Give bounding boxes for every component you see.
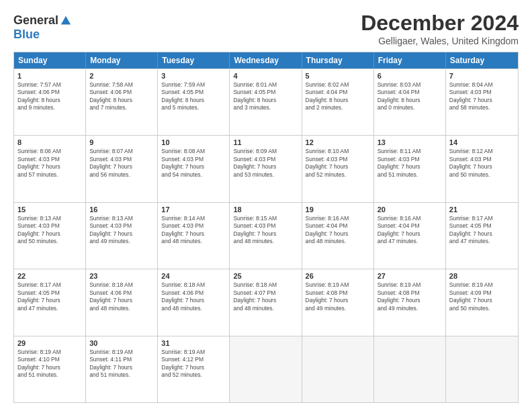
calendar-row-4: 22Sunrise: 8:17 AM Sunset: 4:05 PM Dayli… <box>14 269 518 335</box>
day-number: 6 <box>378 72 442 80</box>
day-number: 16 <box>89 205 154 214</box>
day-number: 29 <box>17 339 82 347</box>
day-info: Sunrise: 8:19 AM Sunset: 4:10 PM Dayligh… <box>17 349 82 379</box>
day-info: Sunrise: 8:16 AM Sunset: 4:04 PM Dayligh… <box>306 215 370 246</box>
day-number: 19 <box>306 205 370 214</box>
day-cell-24: 24Sunrise: 8:18 AM Sunset: 4:06 PM Dayli… <box>158 269 230 335</box>
day-number: 9 <box>89 138 154 146</box>
day-info: Sunrise: 8:01 AM Sunset: 4:05 PM Dayligh… <box>233 81 298 112</box>
day-info: Sunrise: 8:17 AM Sunset: 4:05 PM Dayligh… <box>449 215 515 246</box>
day-number: 20 <box>378 205 442 214</box>
main-title: December 2024 <box>361 11 519 36</box>
day-info: Sunrise: 7:59 AM Sunset: 4:05 PM Dayligh… <box>161 81 226 112</box>
day-cell-26: 26Sunrise: 8:19 AM Sunset: 4:08 PM Dayli… <box>302 269 374 335</box>
header-day-wednesday: Wednesday <box>230 52 302 68</box>
header-day-friday: Friday <box>374 52 446 68</box>
day-number: 27 <box>378 272 442 280</box>
logo-icon <box>60 15 72 27</box>
day-info: Sunrise: 8:19 AM Sunset: 4:09 PM Dayligh… <box>449 281 515 312</box>
day-number: 1 <box>17 72 82 80</box>
day-cell-4: 4Sunrise: 8:01 AM Sunset: 4:05 PM Daylig… <box>230 69 302 135</box>
day-cell-2: 2Sunrise: 7:58 AM Sunset: 4:06 PM Daylig… <box>86 69 158 135</box>
day-info: Sunrise: 8:07 AM Sunset: 4:03 PM Dayligh… <box>89 148 154 179</box>
day-info: Sunrise: 8:13 AM Sunset: 4:03 PM Dayligh… <box>89 215 154 246</box>
day-number: 7 <box>449 72 515 80</box>
day-cell-22: 22Sunrise: 8:17 AM Sunset: 4:05 PM Dayli… <box>14 269 86 335</box>
title-block: December 2024 Gelligaer, Wales, United K… <box>361 11 519 46</box>
day-cell-28: 28Sunrise: 8:19 AM Sunset: 4:09 PM Dayli… <box>446 269 518 335</box>
calendar-body: 1Sunrise: 7:57 AM Sunset: 4:06 PM Daylig… <box>14 68 518 402</box>
logo-blue-text: Blue <box>13 28 40 42</box>
day-info: Sunrise: 8:10 AM Sunset: 4:03 PM Dayligh… <box>306 148 370 179</box>
day-number: 2 <box>89 72 154 80</box>
day-number: 12 <box>306 138 370 146</box>
empty-cell <box>374 336 446 402</box>
day-info: Sunrise: 8:18 AM Sunset: 4:06 PM Dayligh… <box>89 281 154 312</box>
day-info: Sunrise: 8:14 AM Sunset: 4:03 PM Dayligh… <box>161 215 226 246</box>
header-day-thursday: Thursday <box>302 52 374 68</box>
day-number: 4 <box>233 72 298 80</box>
day-cell-11: 11Sunrise: 8:09 AM Sunset: 4:03 PM Dayli… <box>230 136 302 201</box>
day-cell-21: 21Sunrise: 8:17 AM Sunset: 4:05 PM Dayli… <box>446 203 518 269</box>
header-day-tuesday: Tuesday <box>158 52 230 68</box>
day-cell-17: 17Sunrise: 8:14 AM Sunset: 4:03 PM Dayli… <box>158 203 230 269</box>
day-number: 18 <box>233 205 298 214</box>
day-info: Sunrise: 8:19 AM Sunset: 4:08 PM Dayligh… <box>378 281 442 312</box>
day-number: 17 <box>161 205 226 214</box>
day-number: 5 <box>306 72 370 80</box>
day-number: 23 <box>89 272 154 280</box>
svg-marker-0 <box>61 15 71 24</box>
day-number: 3 <box>161 72 226 80</box>
calendar-header: SundayMondayTuesdayWednesdayThursdayFrid… <box>14 52 518 68</box>
day-number: 26 <box>306 272 370 280</box>
calendar-row-3: 15Sunrise: 8:13 AM Sunset: 4:03 PM Dayli… <box>14 202 518 269</box>
day-cell-7: 7Sunrise: 8:04 AM Sunset: 4:03 PM Daylig… <box>446 69 518 135</box>
day-number: 21 <box>449 205 515 214</box>
empty-cell <box>302 336 374 402</box>
day-info: Sunrise: 8:19 AM Sunset: 4:12 PM Dayligh… <box>161 349 226 379</box>
day-info: Sunrise: 8:19 AM Sunset: 4:08 PM Dayligh… <box>306 281 370 312</box>
day-cell-13: 13Sunrise: 8:11 AM Sunset: 4:03 PM Dayli… <box>374 136 446 201</box>
day-number: 14 <box>449 138 515 146</box>
day-info: Sunrise: 8:08 AM Sunset: 4:03 PM Dayligh… <box>161 148 226 179</box>
day-info: Sunrise: 8:09 AM Sunset: 4:03 PM Dayligh… <box>233 148 298 179</box>
day-info: Sunrise: 8:02 AM Sunset: 4:04 PM Dayligh… <box>306 81 370 112</box>
day-number: 28 <box>449 272 515 280</box>
day-cell-6: 6Sunrise: 8:03 AM Sunset: 4:04 PM Daylig… <box>374 69 446 135</box>
header: General Blue December 2024 Gelligaer, Wa… <box>13 11 519 46</box>
day-info: Sunrise: 8:06 AM Sunset: 4:03 PM Dayligh… <box>17 148 82 179</box>
day-cell-30: 30Sunrise: 8:19 AM Sunset: 4:11 PM Dayli… <box>86 336 158 402</box>
day-number: 31 <box>161 339 226 347</box>
day-cell-3: 3Sunrise: 7:59 AM Sunset: 4:05 PM Daylig… <box>158 69 230 135</box>
day-info: Sunrise: 8:04 AM Sunset: 4:03 PM Dayligh… <box>449 81 515 112</box>
day-cell-19: 19Sunrise: 8:16 AM Sunset: 4:04 PM Dayli… <box>302 203 374 269</box>
subtitle: Gelligaer, Wales, United Kingdom <box>361 36 519 46</box>
day-cell-14: 14Sunrise: 8:12 AM Sunset: 4:03 PM Dayli… <box>446 136 518 201</box>
day-number: 11 <box>233 138 298 146</box>
day-cell-1: 1Sunrise: 7:57 AM Sunset: 4:06 PM Daylig… <box>14 69 86 135</box>
calendar-row-5: 29Sunrise: 8:19 AM Sunset: 4:10 PM Dayli… <box>14 336 518 402</box>
day-cell-23: 23Sunrise: 8:18 AM Sunset: 4:06 PM Dayli… <box>86 269 158 335</box>
day-info: Sunrise: 8:15 AM Sunset: 4:03 PM Dayligh… <box>233 215 298 246</box>
day-number: 15 <box>17 205 82 214</box>
day-cell-25: 25Sunrise: 8:18 AM Sunset: 4:07 PM Dayli… <box>230 269 302 335</box>
day-number: 24 <box>161 272 226 280</box>
day-info: Sunrise: 8:16 AM Sunset: 4:04 PM Dayligh… <box>378 215 442 246</box>
day-info: Sunrise: 8:11 AM Sunset: 4:03 PM Dayligh… <box>378 148 442 179</box>
day-info: Sunrise: 8:18 AM Sunset: 4:06 PM Dayligh… <box>161 281 226 312</box>
day-number: 30 <box>89 339 154 347</box>
day-cell-20: 20Sunrise: 8:16 AM Sunset: 4:04 PM Dayli… <box>374 203 446 269</box>
day-info: Sunrise: 8:18 AM Sunset: 4:07 PM Dayligh… <box>233 281 298 312</box>
day-number: 13 <box>378 138 442 146</box>
day-info: Sunrise: 7:57 AM Sunset: 4:06 PM Dayligh… <box>17 81 82 112</box>
day-cell-31: 31Sunrise: 8:19 AM Sunset: 4:12 PM Dayli… <box>158 336 230 402</box>
calendar: SundayMondayTuesdayWednesdayThursdayFrid… <box>13 52 519 403</box>
day-info: Sunrise: 8:12 AM Sunset: 4:03 PM Dayligh… <box>449 148 515 179</box>
day-number: 8 <box>17 138 82 146</box>
day-cell-27: 27Sunrise: 8:19 AM Sunset: 4:08 PM Dayli… <box>374 269 446 335</box>
day-info: Sunrise: 7:58 AM Sunset: 4:06 PM Dayligh… <box>89 81 154 112</box>
day-cell-15: 15Sunrise: 8:13 AM Sunset: 4:03 PM Dayli… <box>14 203 86 269</box>
day-cell-10: 10Sunrise: 8:08 AM Sunset: 4:03 PM Dayli… <box>158 136 230 201</box>
header-day-monday: Monday <box>86 52 158 68</box>
logo-general-text: General <box>13 13 58 28</box>
